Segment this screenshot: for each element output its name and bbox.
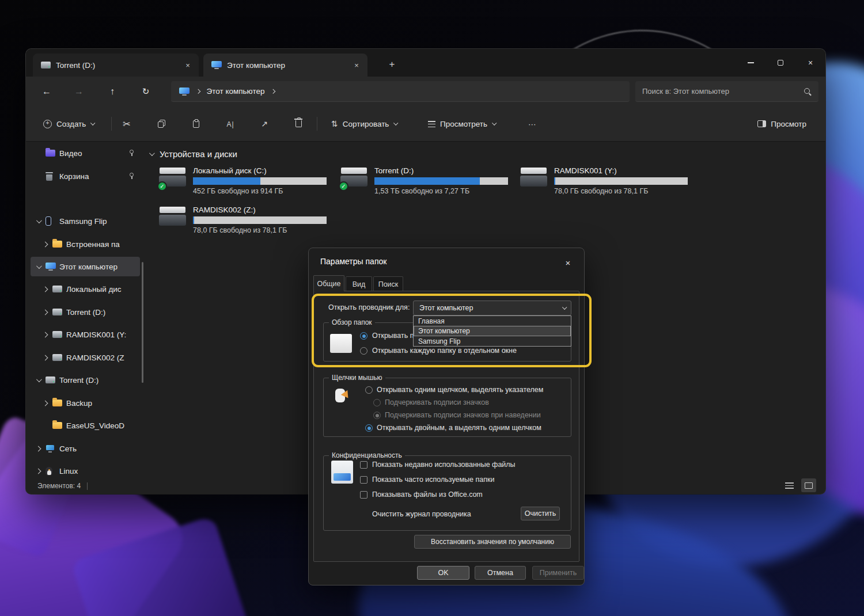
dialog-close-button[interactable]: × [559,254,577,271]
sidebar-item-torrent-d-tree[interactable]: Torrent (D:) [31,370,140,390]
drive-name: Torrent (D:) [374,166,508,175]
sidebar-scrollbar[interactable] [142,262,143,383]
drive-icon [41,62,51,69]
radio-label[interactable]: Открывать п [372,332,414,340]
radio-label[interactable]: Открывать двойным, а выделять одним щелч… [377,424,541,432]
sidebar-item-backup[interactable]: Backup [31,393,140,413]
new-tab-button[interactable]: + [384,56,400,72]
chevron-right-icon[interactable] [42,400,48,406]
dropdown-option-home[interactable]: Главная [414,316,571,326]
sidebar-item-torrent-d[interactable]: Torrent (D:) [31,302,140,322]
open-explorer-select[interactable]: Этот компьютер [413,301,571,315]
icons-view-icon [805,482,813,489]
radio-underline-always[interactable] [373,399,381,406]
chevron-down-icon[interactable] [149,150,155,156]
sidebar-item-this-pc[interactable]: Этот компьютер [31,257,140,276]
dialog-tab-search[interactable]: Поиск [373,276,403,291]
radio-open-new-window[interactable] [360,347,367,355]
icons-view-button[interactable] [801,478,816,492]
tab-label: Этот компьютер [227,61,345,70]
breadcrumb[interactable]: Этот компьютер [207,87,265,96]
minimize-button[interactable] [736,49,766,77]
chevron-right-icon[interactable] [42,286,48,292]
maximize-button[interactable] [766,49,795,77]
chevron-right-icon[interactable] [42,309,48,315]
chevron-right-icon[interactable] [35,446,41,451]
checkbox-frequent-folders[interactable] [360,476,367,484]
checkbox-recent-files[interactable] [360,461,367,469]
sidebar-item-ramdisk002[interactable]: RAMDISK002 (Z [31,348,140,367]
checkbox-office-files[interactable] [360,491,367,499]
sidebar-item-video[interactable]: Видео [31,143,140,163]
chevron-right-icon[interactable] [42,332,48,337]
sidebar-item-local-disk-c[interactable]: Локальный дис [31,279,140,299]
sort-button[interactable]: Сортировать [325,115,403,133]
address-bar[interactable]: Этот компьютер [171,81,630,102]
forward-button[interactable]: → [71,83,87,100]
chevron-right-icon[interactable] [35,468,41,474]
radio-single-click[interactable] [365,386,373,394]
share-button[interactable] [255,115,274,133]
search-input[interactable] [642,87,804,96]
restore-defaults-button[interactable]: Восстановить значения по умолчанию [414,535,571,549]
sidebar-item-internal-storage[interactable]: Встроенная па [31,234,140,254]
drive-tile-z[interactable]: RAMDISK002 (Z:) 78,0 ГБ свободно из 78,1… [159,206,332,242]
drive-tile-c[interactable]: ✓ Локальный диск (C:) 452 ГБ свободно из… [159,166,332,203]
radio-label[interactable]: Открывать одним щелчком, выделять указат… [377,386,543,394]
tab-close-icon[interactable]: × [181,59,194,71]
chevron-right-icon[interactable] [42,241,48,247]
radio-open-same-window[interactable] [360,332,367,340]
create-label: Создать [56,120,86,128]
sidebar-item-ramdisk001[interactable]: RAMDISK001 (Y: [31,325,140,344]
drive-icon: ✓ [340,166,368,194]
tab-close-icon[interactable]: × [350,59,363,71]
checkbox-label[interactable]: Показывать файлы из Office.com [372,490,483,499]
cancel-button[interactable]: Отмена [475,566,526,580]
checkbox-label[interactable]: Показать недавно использованные файлы [372,461,516,469]
create-button[interactable]: Создать [37,115,100,133]
cut-button[interactable] [117,115,137,133]
dialog-tab-view[interactable]: Вид [346,276,372,291]
radio-double-click[interactable] [365,424,373,432]
details-view-button[interactable] [782,478,797,492]
copy-button[interactable] [151,115,171,133]
sidebar-item-linux[interactable]: Linux [31,461,140,481]
section-header-devices[interactable]: Устройства и диски [149,149,237,159]
radio-label[interactable]: Открывать каждую папку в отдельном окне [372,347,517,355]
radio-underline-hover[interactable] [373,412,381,419]
dialog-tab-general[interactable]: Общие [313,275,344,291]
back-button[interactable]: ← [39,83,55,100]
delete-button[interactable] [289,115,308,133]
drive-tile-y[interactable]: RAMDISK001 (Y:) 78,0 ГБ свободно из 78,1… [520,166,693,203]
checkbox-label[interactable]: Показать часто используемые папки [372,476,494,484]
chevron-down-icon[interactable] [36,377,41,382]
chevron-down-icon[interactable] [36,263,41,269]
sidebar-item-label: RAMDISK001 (Y: [66,330,140,339]
dropdown-option-this-pc[interactable]: Этот компьютер [414,326,571,336]
close-button[interactable]: × [795,49,825,77]
more-button[interactable]: ··· [522,115,542,133]
chevron-right-icon[interactable] [42,355,48,360]
view-toggle-group [782,478,816,492]
rename-button[interactable] [221,115,240,133]
sidebar-item-easeus-video[interactable]: EaseUS_VideoD [31,416,140,435]
sidebar-item-samsung-flip[interactable]: Samsung Flip [31,211,140,231]
chevron-down-icon[interactable] [36,218,41,223]
drive-tile-d[interactable]: ✓ Torrent (D:) 1,53 ТБ свободно из 7,27 … [340,166,513,203]
dropdown-option-samsung-flip[interactable]: Samsung Flip [414,336,571,346]
folder-icon [52,422,62,429]
sidebar-item-label: Torrent (D:) [66,308,140,317]
preview-button[interactable]: Просмотр [752,115,812,133]
refresh-button[interactable] [138,83,154,100]
cut-icon [123,119,130,130]
tab-this-pc[interactable]: Этот компьютер × [203,54,367,77]
tab-torrent-d[interactable]: Torrent (D:) × [33,54,199,77]
ok-button[interactable]: OK [417,566,469,580]
sidebar-item-network[interactable]: Сеть [31,439,140,458]
paste-button[interactable] [186,115,206,133]
view-button[interactable]: Просмотреть [422,115,501,133]
clear-button[interactable]: Очистить [521,507,560,520]
sidebar-item-recycle-bin[interactable]: Корзина [31,166,140,186]
search-box[interactable] [635,81,818,102]
up-button[interactable]: ↑ [104,83,120,100]
